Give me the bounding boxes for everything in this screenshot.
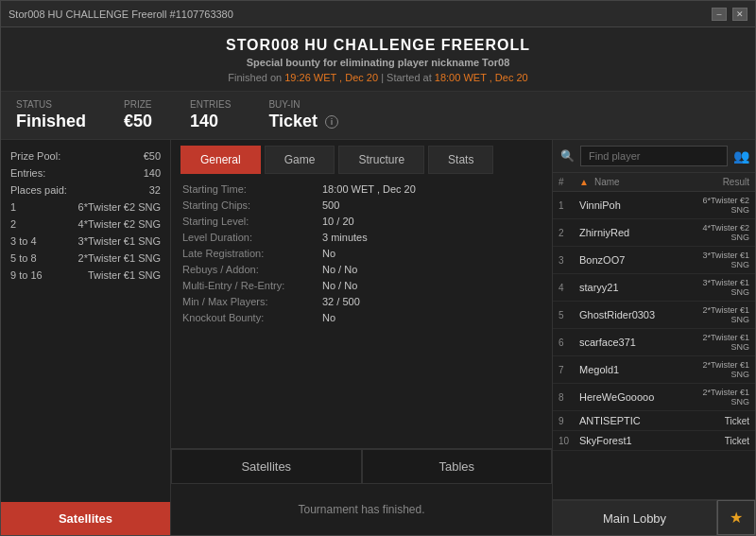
player-row[interactable]: 2 ZhirniyRed 4*Twister €2 SNG xyxy=(553,219,755,247)
col-hash: # xyxy=(558,177,579,187)
info-value-4: No xyxy=(322,248,541,259)
info-icon[interactable]: i xyxy=(325,115,338,129)
stat-entries-label: Entries xyxy=(190,99,231,110)
players-icon[interactable]: 👥 xyxy=(733,148,749,164)
player-name: VinniPoh xyxy=(579,199,683,211)
minimize-button[interactable]: – xyxy=(712,8,727,21)
player-row[interactable]: 8 HereWeGooooo 2*Twister €1 SNG xyxy=(553,384,755,411)
player-rank: 9 xyxy=(558,416,579,426)
tab-game[interactable]: Game xyxy=(265,146,335,174)
player-row[interactable]: 9 ANTISEPTIC Ticket xyxy=(553,411,755,431)
player-rank: 3 xyxy=(558,255,579,266)
info-label-3: Level Duration: xyxy=(182,232,315,243)
satellites-button[interactable]: Satellites xyxy=(1,502,170,535)
info-label-5: Rebuys / Addon: xyxy=(182,264,315,275)
col-sort-arrow[interactable]: ▲ xyxy=(579,177,594,187)
info-label-1: Starting Chips: xyxy=(182,199,315,211)
player-name: SkyForest1 xyxy=(579,435,683,446)
finished-label: Finished on xyxy=(228,72,282,83)
entries-value: 140 xyxy=(144,167,161,179)
player-name: Megold1 xyxy=(579,364,683,375)
right-panel: 🔍 👥 # ▲ Name Result 1 VinniPoh 6*Twister… xyxy=(552,140,755,535)
prize-pool-value: €50 xyxy=(144,150,161,162)
player-result: 4*Twister €2 SNG xyxy=(683,223,749,242)
col-result: Result xyxy=(683,177,749,187)
stat-prize-label: Prize xyxy=(124,99,152,110)
player-name: scarface371 xyxy=(579,337,683,348)
general-info-grid: Starting Time: 18:00 WET , Dec 20 Starti… xyxy=(182,183,541,323)
find-player-input[interactable] xyxy=(580,146,728,166)
player-rank: 2 xyxy=(558,228,579,238)
players-list: 1 VinniPoh 6*Twister €2 SNG 2 ZhirniyRed… xyxy=(553,192,755,499)
bottom-tab-satellites[interactable]: Satellites xyxy=(171,449,362,484)
player-row[interactable]: 1 VinniPoh 6*Twister €2 SNG xyxy=(553,192,755,219)
stat-prize: Prize €50 xyxy=(124,99,152,131)
player-rank: 7 xyxy=(558,365,579,375)
player-result: 2*Twister €1 SNG xyxy=(683,388,749,406)
player-result: 2*Twister €1 SNG xyxy=(683,305,749,324)
player-rank: 6 xyxy=(558,337,579,348)
stat-status-value: Finished xyxy=(16,112,86,131)
search-icon: 🔍 xyxy=(560,149,575,163)
prize-row-2: 2 4*Twister €2 SNG xyxy=(1,216,170,233)
search-bar: 🔍 👥 xyxy=(553,140,755,173)
prize-row-1: 1 6*Twister €2 SNG xyxy=(1,199,170,216)
player-rank: 10 xyxy=(558,436,579,446)
info-value-1: 500 xyxy=(322,199,541,211)
place-3-4-label: 3 to 4 xyxy=(10,235,37,247)
main-content: Prize Pool: €50 Entries: 140 Places paid… xyxy=(1,140,755,535)
tab-stats[interactable]: Stats xyxy=(428,146,493,174)
finished-message: Tournament has finished. xyxy=(171,484,552,535)
main-lobby-button[interactable]: Main Lobby xyxy=(553,500,717,535)
info-label-7: Min / Max Players: xyxy=(182,296,315,307)
player-row[interactable]: 6 scarface371 2*Twister €1 SNG xyxy=(553,329,755,356)
player-row[interactable]: 4 staryy21 3*Twister €1 SNG xyxy=(553,274,755,302)
title-bar: Stor008 HU CHALLENGE Freeroll #110776338… xyxy=(1,1,755,27)
place-9-16-label: 9 to 16 xyxy=(10,269,43,281)
place-1-label: 1 xyxy=(10,201,16,213)
started-label: | Started at xyxy=(381,72,432,83)
entries-label: Entries: xyxy=(10,167,45,179)
info-value-2: 10 / 20 xyxy=(322,216,541,227)
player-rank: 5 xyxy=(558,310,579,320)
stat-buyin-value: Ticket i xyxy=(268,112,338,131)
player-name: ZhirniyRed xyxy=(579,227,683,238)
window-controls: – ✕ xyxy=(712,8,747,21)
stat-entries: Entries 140 xyxy=(190,99,231,131)
player-row[interactable]: 7 Megold1 2*Twister €1 SNG xyxy=(553,356,755,384)
favorite-button[interactable]: ★ xyxy=(717,500,755,535)
prize-row-9-16: 9 to 16 Twister €1 SNG xyxy=(1,267,170,284)
left-panel: Prize Pool: €50 Entries: 140 Places paid… xyxy=(1,140,171,535)
place-3-4-value: 3*Twister €1 SNG xyxy=(78,235,161,247)
middle-panel: General Game Structure Stats Starting Ti… xyxy=(171,140,552,535)
window-title: Stor008 HU CHALLENGE Freeroll #110776338… xyxy=(9,9,233,20)
tournament-title: STOR008 HU CHALLENGE FREEROLL xyxy=(1,37,755,54)
info-label-0: Starting Time: xyxy=(182,183,315,195)
player-row[interactable]: 3 BonzOO7 3*Twister €1 SNG xyxy=(553,247,755,274)
bottom-tabs: Satellites Tables xyxy=(171,448,552,484)
bottom-tab-tables[interactable]: Tables xyxy=(362,449,553,484)
players-table-header: # ▲ Name Result xyxy=(553,173,755,192)
places-label: Places paid: xyxy=(10,184,67,196)
lobby-bar: Main Lobby ★ xyxy=(553,499,755,535)
prize-row-3-4: 3 to 4 3*Twister €1 SNG xyxy=(1,233,170,250)
prize-row-places: Places paid: 32 xyxy=(1,182,170,199)
player-row[interactable]: 10 SkyForest1 Ticket xyxy=(553,431,755,451)
info-value-8: No xyxy=(322,312,541,323)
place-1-value: 6*Twister €2 SNG xyxy=(78,201,161,213)
player-result: 6*Twister €2 SNG xyxy=(683,196,749,215)
player-name: GhostRider0303 xyxy=(579,309,683,320)
place-5-8-value: 2*Twister €1 SNG xyxy=(78,252,161,264)
tab-structure[interactable]: Structure xyxy=(338,146,424,174)
tab-content-general: Starting Time: 18:00 WET , Dec 20 Starti… xyxy=(171,174,552,448)
tab-general[interactable]: General xyxy=(180,146,261,174)
prize-row-5-8: 5 to 8 2*Twister €1 SNG xyxy=(1,250,170,267)
prize-row-pool: Prize Pool: €50 xyxy=(1,147,170,164)
prize-table: Prize Pool: €50 Entries: 140 Places paid… xyxy=(1,140,170,498)
info-label-4: Late Registration: xyxy=(182,248,315,259)
place-9-16-value: Twister €1 SNG xyxy=(88,269,161,281)
close-button[interactable]: ✕ xyxy=(732,8,747,21)
player-rank: 4 xyxy=(558,283,579,293)
player-row[interactable]: 5 GhostRider0303 2*Twister €1 SNG xyxy=(553,302,755,329)
info-value-6: No / No xyxy=(322,280,541,291)
